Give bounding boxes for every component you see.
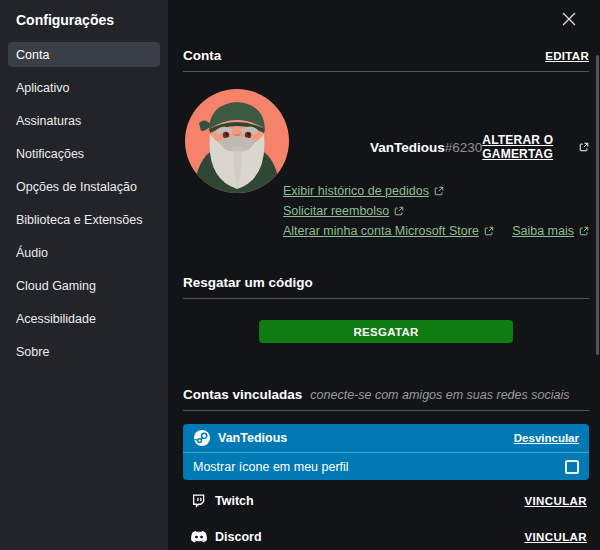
steam-linked-card: VanTedious Desvincular Mostrar ícone em … — [183, 424, 589, 480]
profile-details: VanTedious#6230 ALTERAR O GAMERTAG Exibi… — [283, 89, 589, 241]
redeem-button[interactable]: RESGATAR — [259, 320, 513, 343]
sidebar-item-notificacoes[interactable]: Notificações — [8, 141, 160, 166]
link-row: Solicitar reembolso — [283, 201, 589, 221]
discord-link-action[interactable]: VINCULAR — [524, 531, 587, 543]
sidebar-item-audio[interactable]: Áudio — [8, 240, 160, 265]
redeem-section-title: Resgatar um código — [183, 275, 313, 290]
show-icon-label: Mostrar ícone em meu perfil — [193, 460, 349, 474]
change-gamertag-label: ALTERAR O GAMERTAG — [482, 133, 574, 161]
redeem-section-header: Resgatar um código — [183, 275, 589, 290]
external-link-icon — [579, 142, 589, 152]
sidebar-item-label: Notificações — [16, 147, 84, 161]
learn-more-link[interactable]: Saiba mais — [512, 224, 589, 238]
sidebar-item-sobre[interactable]: Sobre — [8, 339, 160, 364]
link-row: Alterar minha conta Microsoft Store Saib… — [283, 221, 589, 241]
provider-name: Twitch — [215, 494, 254, 508]
divider — [183, 410, 589, 411]
gamertag-name: VanTedious — [370, 140, 445, 155]
account-links: Exibir histórico de pedidos Solicitar re… — [283, 181, 589, 241]
external-link-icon — [579, 226, 589, 236]
sidebar-item-biblioteca-e-extensoes[interactable]: Biblioteca e Extensões — [8, 207, 160, 232]
twitch-icon — [190, 494, 207, 508]
gamertag-suffix: #6230 — [445, 140, 483, 155]
settings-content: Conta EDITAR — [168, 0, 600, 550]
account-section-title: Conta — [183, 48, 221, 63]
close-icon[interactable] — [560, 10, 578, 28]
settings-sidebar: Configurações Conta Aplicativo Assinatur… — [0, 0, 168, 550]
sidebar-item-label: Opções de Instalação — [16, 180, 137, 194]
account-section-header: Conta EDITAR — [183, 0, 589, 63]
linked-accounts-section: Contas vinculadas conecte-se com amigos … — [183, 387, 589, 550]
sidebar-item-label: Aplicativo — [16, 81, 70, 95]
steam-account-row: VanTedious Desvincular — [183, 424, 589, 452]
edit-link[interactable]: EDITAR — [545, 50, 589, 62]
show-icon-checkbox[interactable] — [565, 460, 579, 474]
change-gamertag-link[interactable]: ALTERAR O GAMERTAG — [482, 133, 589, 161]
discord-row: Discord VINCULAR — [183, 522, 589, 550]
divider — [183, 298, 589, 299]
sidebar-item-cloud-gaming[interactable]: Cloud Gaming — [8, 273, 160, 298]
gamertag: VanTedious#6230 — [370, 140, 482, 155]
link-label: Saiba mais — [512, 224, 574, 238]
provider-name: Discord — [215, 530, 262, 544]
sidebar-item-label: Biblioteca e Extensões — [16, 213, 142, 227]
sidebar-item-acessibilidade[interactable]: Acessibilidade — [8, 306, 160, 331]
redeem-section: Resgatar um código RESGATAR — [183, 275, 589, 343]
link-label: Exibir histórico de pedidos — [283, 184, 429, 198]
sidebar-item-label: Cloud Gaming — [16, 279, 96, 293]
refund-link[interactable]: Solicitar reembolso — [283, 204, 404, 218]
twitch-row: Twitch VINCULAR — [183, 486, 589, 516]
link-label: Alterar minha conta Microsoft Store — [283, 224, 479, 238]
divider — [183, 71, 589, 72]
sidebar-item-label: Sobre — [16, 345, 49, 359]
sidebar-item-label: Assinaturas — [16, 114, 81, 128]
external-link-icon — [484, 226, 494, 236]
sidebar-title: Configurações — [0, 12, 168, 42]
vertical-scrollbar[interactable] — [596, 55, 599, 355]
link-label: Solicitar reembolso — [283, 204, 389, 218]
profile-block: VanTedious#6230 ALTERAR O GAMERTAG Exibi… — [183, 89, 589, 241]
sidebar-item-opcoes-de-instalacao[interactable]: Opções de Instalação — [8, 174, 160, 199]
external-link-icon — [434, 186, 444, 196]
linked-accounts-title: Contas vinculadas — [183, 387, 302, 402]
linked-accounts-subtitle: conecte-se com amigos em suas redes soci… — [310, 388, 569, 402]
steam-icon — [193, 430, 210, 446]
sidebar-item-label: Áudio — [16, 246, 48, 260]
ms-store-account-link[interactable]: Alterar minha conta Microsoft Store — [283, 224, 494, 238]
sidebar-item-conta[interactable]: Conta — [8, 42, 160, 67]
linked-accounts-header: Contas vinculadas conecte-se com amigos … — [183, 387, 589, 402]
twitch-link-action[interactable]: VINCULAR — [524, 495, 587, 507]
sidebar-item-aplicativo[interactable]: Aplicativo — [8, 75, 160, 100]
steam-show-icon-row: Mostrar ícone em meu perfil — [183, 452, 589, 480]
sidebar-item-label: Conta — [16, 48, 49, 62]
avatar — [185, 89, 289, 193]
sidebar-item-assinaturas[interactable]: Assinaturas — [8, 108, 160, 133]
link-row: Exibir histórico de pedidos — [283, 181, 589, 201]
steam-unlink-link[interactable]: Desvincular — [514, 432, 579, 444]
sidebar-item-label: Acessibilidade — [16, 312, 96, 326]
external-link-icon — [394, 206, 404, 216]
gamertag-row: VanTedious#6230 ALTERAR O GAMERTAG — [283, 133, 589, 161]
discord-icon — [190, 531, 207, 543]
order-history-link[interactable]: Exibir histórico de pedidos — [283, 184, 444, 198]
steam-account-name: VanTedious — [218, 431, 287, 445]
